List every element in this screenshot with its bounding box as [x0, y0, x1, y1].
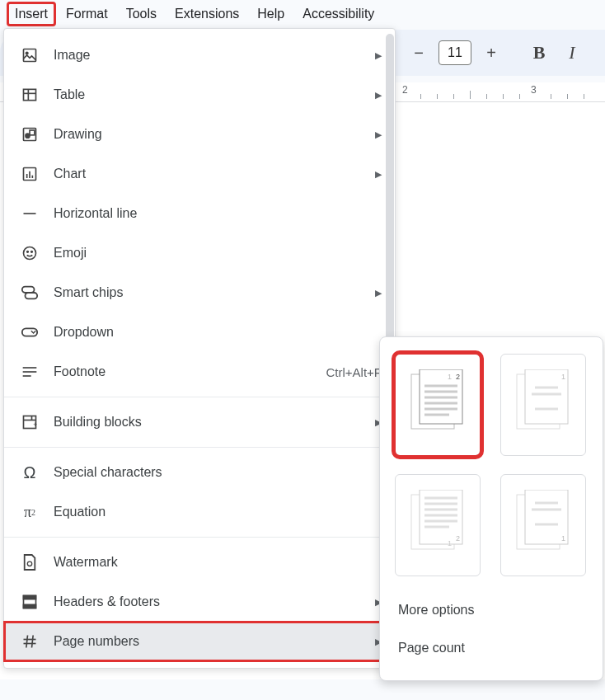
svg-point-15 — [31, 251, 33, 253]
submenu-arrow-icon: ▶ — [375, 129, 382, 140]
svg-point-26 — [27, 561, 31, 566]
chart-icon — [21, 165, 39, 183]
svg-rect-17 — [26, 293, 38, 298]
menu-headers-footers[interactable]: Headers & footers ▶ — [4, 582, 395, 622]
menu-label: Horizontal line — [54, 206, 382, 221]
menu-chart[interactable]: Chart ▶ — [4, 154, 395, 194]
menubar-insert[interactable]: Insert — [7, 2, 56, 26]
menu-shortcut: Ctrl+Alt+F — [326, 365, 382, 379]
menu-label: Dropdown — [54, 325, 382, 340]
menu-footnote[interactable]: Footnote Ctrl+Alt+F — [4, 352, 395, 392]
menu-horizontal-line[interactable]: Horizontal line — [4, 194, 395, 233]
menubar-help[interactable]: Help — [249, 2, 293, 26]
menu-watermark[interactable]: Watermark — [4, 543, 395, 582]
menu-divider — [4, 397, 395, 397]
svg-rect-16 — [22, 287, 35, 293]
drawing-icon — [21, 125, 39, 143]
menu-building-blocks[interactable]: + Building blocks ▶ — [4, 402, 395, 442]
page-numbers-submenu: 2 1 1 2 — [379, 336, 603, 681]
submenu-arrow-icon: ▶ — [375, 90, 382, 101]
menu-label: Special characters — [54, 465, 382, 480]
menu-smart-chips[interactable]: Smart chips ▶ — [4, 273, 395, 312]
horizontal-line-icon — [21, 204, 39, 223]
bold-button[interactable]: B — [524, 38, 554, 68]
svg-text:1: 1 — [561, 373, 565, 381]
submenu-arrow-icon: ▶ — [375, 169, 382, 180]
menubar-extensions[interactable]: Extensions — [166, 2, 247, 26]
font-size-increase[interactable]: + — [476, 38, 506, 68]
svg-text:+: + — [33, 420, 37, 429]
submenu-arrow-icon: ▶ — [375, 288, 382, 298]
menu-label: Image — [54, 48, 367, 63]
svg-text:1: 1 — [561, 534, 565, 543]
emoji-icon — [21, 244, 39, 262]
hash-icon — [21, 632, 39, 651]
svg-point-13 — [24, 247, 36, 260]
menu-page-numbers[interactable]: Page numbers ▶ — [4, 622, 395, 661]
ruler-mark: 3 — [531, 84, 537, 96]
table-icon — [21, 86, 39, 104]
menubar-accessibility[interactable]: Accessibility — [294, 2, 382, 26]
page-number-style-grid: 2 1 1 2 — [395, 354, 588, 576]
pi-icon: π2 — [21, 503, 39, 521]
menu-emoji[interactable]: Emoji — [4, 233, 395, 273]
svg-rect-0 — [24, 49, 36, 62]
more-options[interactable]: More options — [395, 591, 588, 629]
svg-rect-7 — [30, 130, 35, 135]
menubar: Insert Format Tools Extensions Help Acce… — [0, 0, 605, 28]
page-count[interactable]: Page count — [395, 629, 588, 667]
footnote-icon — [21, 363, 39, 381]
svg-rect-28 — [24, 596, 36, 599]
ruler-mark: 2 — [402, 84, 408, 96]
svg-point-14 — [27, 251, 29, 253]
menu-label: Page numbers — [54, 634, 367, 649]
font-size-input[interactable]: 11 — [439, 40, 471, 65]
menu-label: Emoji — [54, 246, 382, 261]
menu-equation[interactable]: π2 Equation — [4, 492, 395, 532]
page-number-style-header-all[interactable]: 2 1 — [395, 354, 481, 456]
svg-rect-2 — [24, 89, 36, 100]
svg-text:2: 2 — [456, 373, 460, 381]
svg-text:1: 1 — [448, 373, 452, 381]
svg-line-31 — [32, 636, 34, 648]
svg-text:1: 1 — [448, 539, 452, 547]
page-number-style-footer-skip-first[interactable]: 1 — [500, 474, 586, 576]
dropdown-icon — [21, 323, 39, 341]
menu-label: Footnote — [54, 364, 326, 379]
menubar-tools[interactable]: Tools — [118, 2, 165, 26]
menu-image[interactable]: Image ▶ — [4, 35, 395, 75]
image-icon — [21, 46, 39, 64]
omega-icon: Ω — [21, 463, 39, 482]
italic-button[interactable]: I — [557, 38, 587, 68]
smart-chips-icon — [21, 284, 39, 302]
menu-label: Drawing — [54, 127, 367, 142]
svg-point-1 — [26, 52, 28, 54]
svg-rect-29 — [24, 604, 36, 608]
menu-drawing[interactable]: Drawing ▶ — [4, 115, 395, 154]
svg-line-30 — [26, 636, 28, 648]
building-blocks-icon: + — [21, 413, 39, 431]
menubar-format[interactable]: Format — [58, 2, 116, 26]
font-size-decrease[interactable]: − — [404, 38, 434, 68]
menu-special-characters[interactable]: Ω Special characters — [4, 453, 395, 492]
menu-label: Equation — [54, 505, 382, 519]
menu-label: Headers & footers — [54, 594, 367, 609]
insert-dropdown: Image ▶ Table ▶ Drawing ▶ Chart ▶ Horizo… — [3, 28, 396, 669]
menu-divider — [4, 537, 395, 538]
menu-label: Watermark — [54, 555, 382, 570]
menu-table[interactable]: Table ▶ — [4, 75, 395, 115]
menu-label: Smart chips — [54, 285, 367, 300]
dropdown-scrollbar[interactable] — [386, 34, 394, 372]
watermark-icon — [21, 553, 39, 571]
menu-label: Building blocks — [54, 415, 367, 430]
menu-divider — [4, 447, 395, 448]
menu-dropdown[interactable]: Dropdown — [4, 312, 395, 352]
menu-label: Chart — [54, 167, 367, 181]
page-number-style-footer-all[interactable]: 2 1 — [395, 474, 481, 576]
headers-footers-icon — [21, 593, 39, 611]
page-number-style-header-skip-first[interactable]: 1 — [500, 354, 586, 456]
svg-text:2: 2 — [456, 534, 460, 543]
submenu-arrow-icon: ▶ — [375, 50, 382, 61]
menu-label: Table — [54, 87, 367, 102]
